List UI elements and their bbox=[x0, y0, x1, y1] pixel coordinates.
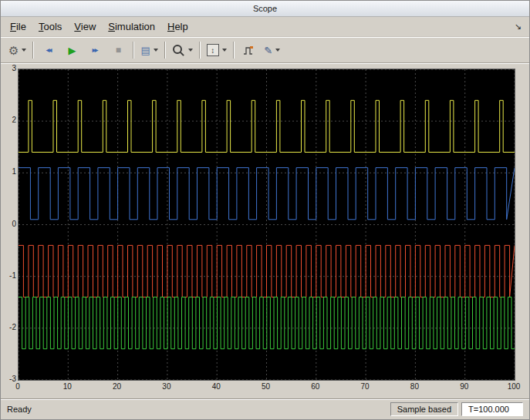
plot-canvas[interactable] bbox=[18, 69, 515, 381]
menu-bar: File Tools View Simulation Help ↘ bbox=[1, 17, 529, 37]
chevron-down-icon bbox=[275, 49, 280, 52]
window-title: Scope bbox=[253, 4, 277, 13]
zoom-icon bbox=[173, 45, 182, 54]
signal-selector-button[interactable]: ▤ bbox=[137, 40, 160, 60]
fit-to-view-icon: ↕ bbox=[207, 44, 219, 56]
menu-simulation-label: Simulation bbox=[108, 21, 155, 32]
toolbar-separator bbox=[233, 42, 235, 59]
menu-file[interactable]: File bbox=[4, 18, 32, 35]
zoom-button[interactable] bbox=[169, 40, 196, 60]
span-button[interactable]: ↕ bbox=[204, 40, 230, 60]
x-tick-label: 50 bbox=[257, 382, 275, 391]
x-tick-label: 0 bbox=[8, 382, 27, 391]
menu-help-label: Help bbox=[167, 21, 188, 32]
step-forward-icon: ▸▸ bbox=[92, 46, 98, 54]
scope-window: Scope File Tools View Simulation Help ↘ … bbox=[0, 0, 530, 420]
y-tick-label: -2 bbox=[2, 323, 16, 331]
y-tick-label: 2 bbox=[2, 116, 16, 124]
x-tick-label: 10 bbox=[58, 382, 76, 391]
measurements-icon: ✎ bbox=[264, 45, 272, 55]
y-tick-label: 0 bbox=[2, 220, 16, 228]
toolbar-separator bbox=[133, 42, 134, 59]
status-sim-time: T=100.000 bbox=[461, 402, 523, 416]
menu-tools-label: Tools bbox=[39, 21, 62, 32]
toolbar-separator bbox=[164, 42, 166, 59]
x-tick-label: 100 bbox=[505, 382, 523, 391]
stop-button[interactable]: ■ bbox=[106, 40, 130, 60]
menu-help[interactable]: Help bbox=[161, 18, 194, 35]
step-forward-button[interactable]: ▸▸ bbox=[83, 40, 106, 60]
chevron-down-icon bbox=[222, 49, 227, 52]
chevron-down-icon bbox=[154, 49, 158, 52]
x-tick-label: 60 bbox=[306, 382, 325, 391]
trigger-button[interactable] bbox=[238, 40, 261, 60]
y-tick-label: 3 bbox=[2, 64, 16, 72]
menu-simulation[interactable]: Simulation bbox=[102, 18, 161, 35]
x-tick-label: 90 bbox=[455, 382, 474, 391]
menu-file-label: File bbox=[10, 21, 26, 32]
run-icon: ▶ bbox=[68, 45, 76, 55]
x-tick-label: 70 bbox=[356, 382, 374, 391]
measurements-button[interactable]: ✎ bbox=[261, 40, 284, 60]
stop-icon: ■ bbox=[116, 45, 121, 55]
rewind-icon: ◂◂ bbox=[46, 46, 52, 54]
toolbar-separator bbox=[199, 42, 201, 59]
rewind-button[interactable]: ◂◂ bbox=[37, 40, 60, 60]
toolbar: ⚙ ◂◂ ▶ ▸▸ ■ ▤ ↕ bbox=[1, 37, 529, 63]
x-tick-label: 20 bbox=[108, 382, 127, 391]
x-tick-label: 30 bbox=[157, 382, 176, 391]
status-bar: Ready Sample based T=100.000 bbox=[1, 398, 529, 419]
toolbar-separator bbox=[32, 42, 34, 59]
waveform-svg bbox=[19, 69, 515, 380]
status-sample-mode: Sample based bbox=[390, 402, 458, 416]
trigger-icon bbox=[243, 45, 255, 55]
y-tick-label: 1 bbox=[2, 167, 16, 176]
settings-button[interactable]: ⚙ bbox=[5, 40, 29, 60]
dock-button[interactable]: ↘ bbox=[510, 22, 526, 32]
chevron-down-icon bbox=[188, 49, 193, 52]
menu-view[interactable]: View bbox=[68, 18, 102, 35]
menu-tools[interactable]: Tools bbox=[32, 18, 68, 35]
plot-region: 3210-1-2-30102030405060708090100 bbox=[1, 61, 529, 398]
status-ready: Ready bbox=[7, 405, 32, 414]
y-tick-label: -1 bbox=[2, 271, 16, 280]
x-tick-label: 40 bbox=[207, 382, 225, 391]
signal-selector-icon: ▤ bbox=[140, 45, 150, 55]
menu-view-label: View bbox=[74, 21, 96, 32]
dock-arrow-icon: ↘ bbox=[515, 22, 522, 31]
run-button[interactable]: ▶ bbox=[60, 40, 83, 60]
gear-icon: ⚙ bbox=[8, 45, 19, 56]
x-tick-label: 80 bbox=[405, 382, 424, 391]
title-bar: Scope bbox=[1, 1, 529, 17]
chevron-down-icon bbox=[22, 49, 26, 52]
